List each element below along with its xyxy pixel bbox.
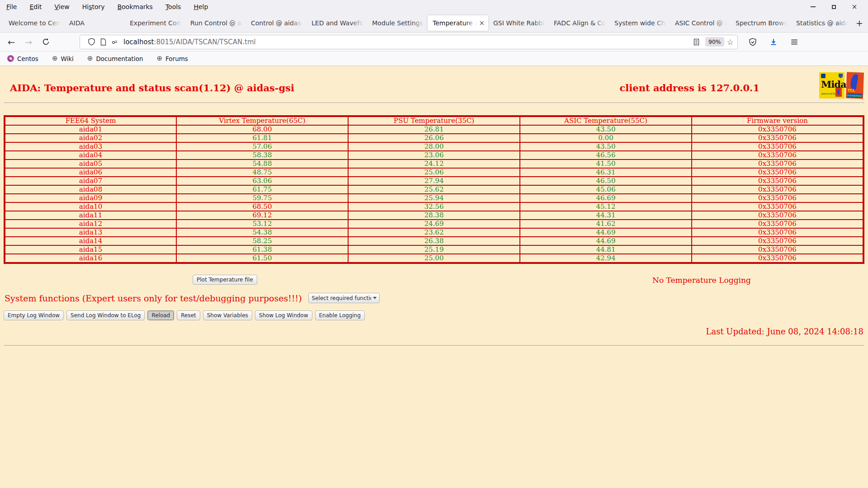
cell-firmware: 0x3350706: [692, 177, 863, 185]
menu-item-bookmarks[interactable]: Bookmarks: [118, 3, 153, 10]
cell-firmware: 0x3350706: [692, 151, 863, 160]
cell-psu-temp: 23.06: [348, 151, 520, 160]
table-row: aida1661.5025.0042.940x3350706: [5, 254, 863, 263]
show-variables-button[interactable]: Show Variables: [203, 310, 252, 320]
cell-system: aida02: [5, 134, 176, 142]
page-icon: [97, 36, 109, 48]
menu-hamburger-icon[interactable]: [787, 35, 802, 49]
reader-mode-icon[interactable]: [691, 36, 703, 48]
function-select[interactable]: Select required function: [308, 293, 380, 303]
menu-item-view[interactable]: View: [55, 3, 70, 10]
menu-item-tools[interactable]: Tools: [165, 3, 181, 10]
tab-control-aidas[interactable]: Control @ aidas-: [246, 15, 307, 31]
tracking-shield-icon[interactable]: [85, 36, 97, 48]
new-tab-button[interactable]: +: [852, 15, 867, 31]
bookmark-documentation[interactable]: ⊕Documentation: [87, 55, 143, 62]
cell-psu-temp: 24.69: [348, 220, 520, 228]
cell-system: aida07: [5, 177, 176, 185]
cell-virtex-temp: 59.75: [176, 194, 348, 202]
tab-temperature-an[interactable]: Temperature an×: [428, 15, 488, 31]
plot-temperature-button[interactable]: Plot Temperature file: [193, 275, 257, 285]
tab-run-control-ai[interactable]: Run Control @ ai: [185, 15, 246, 31]
cell-psu-temp: 28.38: [348, 211, 520, 220]
reset-button[interactable]: Reset: [177, 310, 200, 320]
globe-icon: ⊕: [87, 55, 93, 62]
menu-item-help[interactable]: Help: [193, 3, 208, 10]
cell-virtex-temp: 53.12: [176, 220, 348, 228]
logging-status-text: No Temperature Logging: [652, 276, 751, 285]
table-row: aida1253.1224.6941.620x3350706: [5, 220, 863, 228]
bookmark-forums[interactable]: ⊕Forums: [156, 55, 188, 62]
table-row: aida0648.7525.0646.310x3350706: [5, 168, 863, 177]
cell-firmware: 0x3350706: [692, 211, 863, 220]
bookmark-star-icon[interactable]: ☆: [727, 38, 734, 47]
site-info-icon[interactable]: [109, 36, 121, 48]
tab-label: AIDA: [69, 19, 121, 27]
tab-label: Control @ aidas-: [251, 19, 303, 27]
tab-led-and-wavefor[interactable]: LED and Wavefor: [307, 15, 367, 31]
client-address: client address is 127.0.0.1: [620, 82, 760, 94]
back-button[interactable]: ←: [4, 35, 19, 49]
menu-item-file[interactable]: File: [6, 3, 17, 10]
table-row: aida0861.7525.6245.060x3350706: [5, 185, 863, 194]
tab-module-settings-s[interactable]: Module Settings S: [367, 15, 428, 31]
reload-button[interactable]: [38, 35, 53, 49]
reload-button[interactable]: Reload: [147, 310, 174, 320]
tab-asic-control-a[interactable]: ASIC Control @ a: [670, 15, 731, 31]
cell-virtex-temp: 69.12: [176, 211, 348, 220]
tab-label: Temperature an: [433, 19, 477, 27]
tab-gsi-white-rabbit[interactable]: GSI White Rabbit: [488, 15, 549, 31]
shield-check-icon[interactable]: [745, 35, 760, 49]
empty-log-window-button[interactable]: Empty Log Window: [4, 310, 64, 320]
tab-fadc-align-co[interactable]: FADC Align & Co: [549, 15, 609, 31]
cell-virtex-temp: 58.25: [176, 237, 348, 245]
cell-virtex-temp: 68.50: [176, 202, 348, 211]
zoom-level-badge[interactable]: 90%: [705, 37, 724, 47]
send-log-window-to-elog-button[interactable]: Send Log Window to ELog: [66, 310, 145, 320]
midas-logo: Midas powered by: [819, 72, 844, 99]
cell-virtex-temp: 61.50: [176, 254, 348, 263]
cell-firmware: 0x3350706: [692, 245, 863, 254]
tab-welcome-to-cent[interactable]: Welcome to Cent: [4, 15, 64, 31]
forward-button[interactable]: →: [21, 35, 36, 49]
cell-firmware: 0x3350706: [692, 202, 863, 211]
show-log-window-button[interactable]: Show Log Window: [255, 310, 312, 320]
tab-aida[interactable]: AIDA: [64, 15, 125, 31]
tab-label: Statistics @ aidas: [796, 19, 848, 27]
menu-item-edit[interactable]: Edit: [29, 3, 42, 10]
cell-firmware: 0x3350706: [692, 142, 863, 151]
bookmark-wiki[interactable]: ⊕Wiki: [52, 55, 74, 62]
tab-statistics-aidas[interactable]: Statistics @ aidas: [791, 15, 852, 31]
system-functions-label: System functions (Expert users only for …: [5, 293, 302, 303]
cell-virtex-temp: 61.75: [176, 185, 348, 194]
table-row: aida0261.8126.060.000x3350706: [5, 134, 863, 142]
tab-close-icon[interactable]: ×: [479, 20, 485, 27]
nav-buttons: ← →: [4, 35, 53, 49]
page-title: AIDA: Temperature and status scan(1.12) …: [10, 82, 294, 94]
globe-icon: ⊕: [156, 55, 162, 62]
logo-group: Midas powered by TCL POWERED: [819, 72, 863, 99]
table-row: aida0168.0026.8143.500x3350706: [5, 125, 863, 134]
url-host: localhost: [123, 38, 154, 46]
url-text[interactable]: localhost:8015/AIDA/TSCAN/TSCAN.tml: [123, 38, 691, 46]
downloads-icon[interactable]: [766, 35, 781, 49]
tab-experiment-contr[interactable]: Experiment Contr: [125, 15, 185, 31]
bottom-divider: [4, 345, 864, 346]
maximize-button[interactable]: [830, 3, 837, 10]
browser-window: FileEditViewHistoryBookmarksToolsHelp × …: [0, 0, 868, 488]
enable-logging-button[interactable]: Enable Logging: [315, 310, 365, 320]
cell-asic-temp: 42.94: [520, 254, 692, 263]
temperature-table: FEE64 SystemVirtex Temperature(65C)PSU T…: [4, 115, 864, 264]
plot-row: Plot Temperature file No Temperature Log…: [0, 275, 868, 286]
close-button[interactable]: ×: [851, 3, 858, 10]
menu-item-history[interactable]: History: [82, 3, 105, 10]
toolbar-right-icons: [745, 35, 802, 49]
minimize-button[interactable]: [809, 3, 816, 10]
tab-system-wide-che[interactable]: System wide Che: [609, 15, 670, 31]
url-bar[interactable]: localhost:8015/AIDA/TSCAN/TSCAN.tml 90% …: [80, 35, 738, 49]
bookmark-centos[interactable]: Centos: [7, 55, 38, 62]
table-row: aida0458.3823.0646.560x3350706: [5, 151, 863, 160]
cell-psu-temp: 26.81: [348, 125, 520, 134]
cell-virtex-temp: 54.38: [176, 228, 348, 237]
tab-spectrum-browse[interactable]: Spectrum Browse: [731, 15, 791, 31]
